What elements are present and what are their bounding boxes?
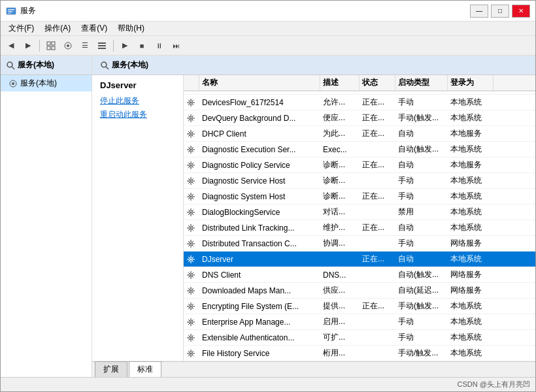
stop-service-link[interactable]: 停止此服务 <box>100 95 175 106</box>
col-header-status[interactable]: 状态 <box>360 75 395 90</box>
stop-button[interactable]: ■ <box>134 39 150 53</box>
menu-item[interactable]: 查看(V) <box>76 22 112 35</box>
col-header-icon[interactable] <box>184 75 199 90</box>
svg-point-150 <box>190 258 192 260</box>
row-logon-cell: 本地系统 <box>448 314 494 329</box>
forward-button[interactable]: ▶ <box>20 39 36 53</box>
row-logon-cell: 本地系统 <box>448 189 494 204</box>
table-row[interactable]: DialogBlockingService对话...禁用本地系统 <box>184 204 535 220</box>
col-header-startup[interactable]: 启动类型 <box>395 75 448 90</box>
show-hide-button[interactable] <box>60 39 76 53</box>
row-status-cell: 正在... <box>360 189 395 204</box>
tree-item-services[interactable]: 服务(本地) <box>1 75 92 91</box>
menu-item[interactable]: 文件(F) <box>3 22 39 35</box>
table-row[interactable]: Diagnostic Service Host诊断...手动本地系统 <box>184 173 535 189</box>
row-desc-cell: 允许... <box>320 95 360 110</box>
row-name-cell: Diagnostic Service Host <box>199 173 320 188</box>
gear-icon <box>186 270 195 280</box>
table-row[interactable]: DevicesFlow_617f2514允许...正在...手动本地系统 <box>184 95 535 110</box>
table-row[interactable]: DevQuery Background D...便应...正在...手动(触发.… <box>184 110 535 126</box>
table-row[interactable]: Diagnostic Policy Service诊断...正在...自动本地服… <box>184 157 535 173</box>
table-row[interactable]: DHCP Client为此...正在...自动本地服务 <box>184 126 535 142</box>
list-btn[interactable]: ☰ <box>77 39 93 53</box>
table-row[interactable]: Distributed Transaction C...协调...手动网络服务 <box>184 236 535 252</box>
up-button[interactable] <box>43 39 59 53</box>
svg-point-210 <box>190 352 192 354</box>
maximize-button[interactable]: □ <box>491 5 509 18</box>
svg-line-108 <box>188 182 190 184</box>
close-button[interactable]: ✕ <box>512 5 530 18</box>
tab-extend[interactable]: 扩展 <box>95 361 127 377</box>
row-status-cell <box>360 330 395 345</box>
detail-icon <box>97 41 107 50</box>
up-icon <box>46 41 56 50</box>
svg-line-77 <box>192 131 193 132</box>
row-desc-cell: 此用... <box>320 91 360 94</box>
row-status-cell: 正在... <box>360 95 395 110</box>
gear-icon <box>186 161 195 170</box>
table-row[interactable]: DNS ClientDNS...自动(触发...网络服务 <box>184 267 535 283</box>
svg-line-146 <box>192 245 193 246</box>
minimize-button[interactable]: — <box>470 5 488 18</box>
gear-icon <box>186 208 195 217</box>
row-status-cell <box>360 91 395 94</box>
row-logon-cell: 本地系统 <box>448 142 494 157</box>
services-table[interactable]: Device Setup Manager支持...自动(触发...本地系统 De… <box>184 91 535 361</box>
table-row[interactable]: Downloaded Maps Man...供应...自动(延迟...网络服务 <box>184 283 535 299</box>
window-title: 服务 <box>20 5 36 16</box>
table-row[interactable]: File History Service桁用...手动/触发...本地系统 <box>184 346 535 361</box>
gear-icon <box>186 114 195 123</box>
menu-item[interactable]: 操作(A) <box>39 22 76 35</box>
row-name-cell: DialogBlockingService <box>199 204 320 220</box>
svg-line-66 <box>192 120 193 121</box>
restart-service-link[interactable]: 重启动此服务 <box>100 109 175 120</box>
row-icon-cell <box>184 330 199 345</box>
svg-line-176 <box>192 292 193 293</box>
svg-line-155 <box>188 256 190 257</box>
col-header-logon[interactable]: 登录为 <box>448 75 494 90</box>
menu-bar: 文件(F)操作(A)查看(V)帮助(H) <box>1 22 535 36</box>
svg-line-175 <box>188 287 190 289</box>
row-icon-cell <box>184 314 199 329</box>
play-button[interactable]: ▶ <box>117 39 133 53</box>
table-row[interactable]: Diagnostic Execution Ser...Exec...自动(触发.… <box>184 142 535 157</box>
tab-standard[interactable]: 标准 <box>129 361 161 377</box>
search-icon-right <box>100 61 109 70</box>
table-row[interactable]: Extensible Authenticaton...可扩...手动本地系统 <box>184 330 535 346</box>
detail-btn[interactable] <box>94 39 110 53</box>
row-startup-cell: 手动 <box>395 314 448 329</box>
svg-point-190 <box>190 321 192 323</box>
svg-rect-2 <box>8 11 12 12</box>
gear-icon <box>186 98 195 107</box>
back-button[interactable]: ◀ <box>3 39 19 53</box>
pause-button[interactable]: ⏸ <box>151 39 167 53</box>
svg-point-160 <box>190 274 192 276</box>
svg-line-158 <box>188 261 190 262</box>
svg-line-187 <box>192 303 193 304</box>
table-row[interactable]: DJserver正在...自动本地系统 <box>184 252 535 267</box>
svg-line-205 <box>188 335 190 336</box>
svg-point-120 <box>190 211 192 213</box>
row-icon-cell <box>184 267 199 282</box>
row-desc-cell: 桁用... <box>320 346 360 361</box>
col-header-name[interactable]: 名称 <box>199 75 320 90</box>
table-row[interactable]: Distributed Link Tracking...维护...正在...自动… <box>184 220 535 236</box>
menu-item[interactable]: 帮助(H) <box>112 22 150 35</box>
svg-line-65 <box>188 115 190 116</box>
svg-line-107 <box>192 178 193 179</box>
row-icon-cell <box>184 142 199 157</box>
table-row[interactable]: Encrypting File System (E...提供...正在...手动… <box>184 299 535 314</box>
svg-line-206 <box>192 339 193 340</box>
restart-button[interactable]: ⏭ <box>168 39 184 53</box>
toolbar: ◀ ▶ ☰ ▶ ■ ⏸ ⏭ <box>1 36 535 56</box>
col-header-desc[interactable]: 描述 <box>320 75 360 90</box>
svg-line-177 <box>192 287 193 289</box>
left-header-text: 服务(本地) <box>18 59 54 71</box>
table-row[interactable]: Enterprise App Manage...启用...手动本地系统 <box>184 314 535 330</box>
row-name-cell: Encrypting File System (E... <box>199 299 320 314</box>
row-startup-cell: 自动(触发... <box>395 267 448 282</box>
svg-line-58 <box>188 104 190 105</box>
table-row[interactable]: Diagnostic System Host诊断...正在...手动本地系统 <box>184 189 535 204</box>
row-status-cell <box>360 142 395 157</box>
row-logon-cell: 本地系统 <box>448 252 494 267</box>
